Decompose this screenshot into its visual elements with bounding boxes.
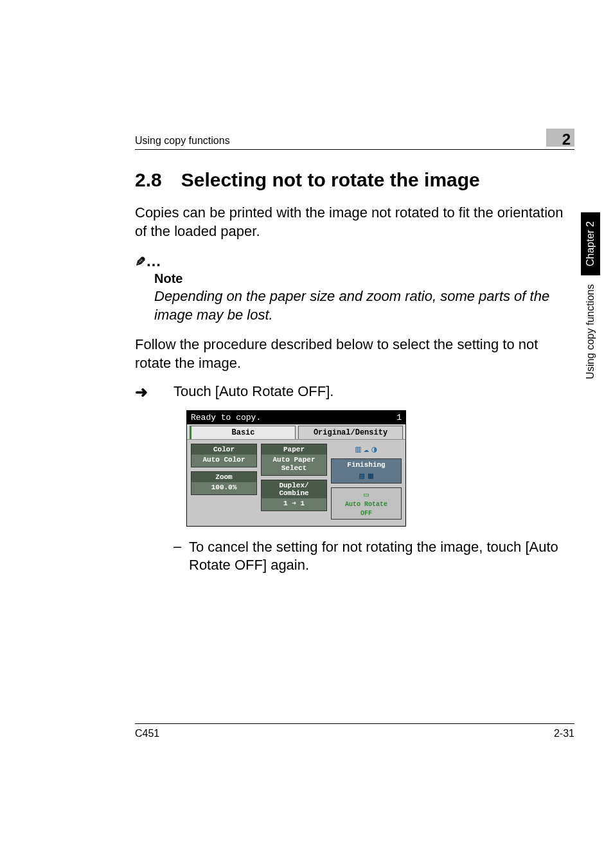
note-block: ✎… Note Depending on the paper size and … bbox=[135, 252, 574, 324]
step-text: Touch [Auto Rotate OFF]. bbox=[173, 383, 574, 401]
section-heading: Selecting not to rotate the image bbox=[181, 169, 480, 190]
finishing-header: Finishing bbox=[333, 460, 400, 469]
side-section-label: Using copy functions bbox=[585, 284, 596, 379]
side-chapter-label: Chapter 2 bbox=[581, 212, 600, 275]
staple-icon: ▥ bbox=[355, 444, 360, 455]
copier-screen: Ready to copy. 1 Basic Original/Density … bbox=[186, 410, 574, 527]
zoom-button[interactable]: Zoom 100.0% bbox=[191, 471, 257, 495]
lcd-copy-count: 1 bbox=[396, 413, 402, 422]
running-head: Using copy functions bbox=[135, 135, 546, 147]
chapter-badge: 2 bbox=[546, 129, 574, 147]
lcd-panel: Ready to copy. 1 Basic Original/Density … bbox=[186, 410, 406, 527]
lcd-status-bar: Ready to copy. 1 bbox=[187, 411, 405, 424]
side-tab: Chapter 2 Using copy functions bbox=[581, 212, 600, 379]
zoom-value: 100.0% bbox=[211, 484, 237, 491]
footer-model: C451 bbox=[135, 728, 159, 739]
punch-icon: ◑ bbox=[371, 444, 377, 455]
duplex-button[interactable]: Duplex/ Combine 1 ➜ 1 bbox=[261, 480, 327, 511]
section-number: 2.8 bbox=[135, 169, 162, 190]
duplex-header: Duplex/ Combine bbox=[262, 480, 326, 498]
duplex-value: 1 ➜ 1 bbox=[283, 500, 305, 507]
arrow-icon: ➜ bbox=[135, 383, 173, 401]
lcd-status-text: Ready to copy. bbox=[191, 413, 261, 422]
output-icons: ▥ ☁ ◑ bbox=[331, 444, 402, 455]
note-label: Note bbox=[154, 271, 574, 286]
lcd-col-mid: Paper Auto Paper Select Duplex/ Combine … bbox=[261, 444, 327, 520]
step-row: ➜ Touch [Auto Rotate OFF]. bbox=[135, 383, 574, 401]
sub-step-text: To cancel the setting for not rotating t… bbox=[189, 538, 574, 575]
page-footer: C451 2-31 bbox=[135, 723, 574, 739]
paper-value: Auto Paper Select bbox=[272, 456, 315, 472]
lcd-body: Color Auto Color Zoom 100.0% Paper Auto … bbox=[187, 439, 405, 526]
color-header: Color bbox=[191, 444, 256, 455]
color-value: Auto Color bbox=[202, 456, 245, 464]
sub-step-row: – To cancel the setting for not rotating… bbox=[173, 538, 574, 575]
intro-text: Copies can be printed with the image not… bbox=[135, 204, 574, 240]
pencil-icon: ✎ bbox=[135, 254, 146, 269]
page: Using copy functions 2 2.8Selecting not … bbox=[0, 0, 613, 868]
finishing-button[interactable]: Finishing ▤ ▦ bbox=[331, 458, 402, 484]
paper-header: Paper bbox=[262, 444, 326, 455]
zoom-header: Zoom bbox=[191, 472, 256, 482]
follow-text: Follow the procedure described below to … bbox=[135, 336, 574, 372]
tab-basic[interactable]: Basic bbox=[190, 426, 296, 439]
rotate-doc-icon: ▭ bbox=[333, 489, 400, 500]
page-header: Using copy functions 2 bbox=[135, 129, 574, 150]
note-icon-row: ✎… bbox=[135, 252, 574, 270]
group-icon: ▦ bbox=[368, 471, 373, 481]
finishing-icons: ▤ ▦ bbox=[333, 469, 400, 482]
lcd-tabs: Basic Original/Density bbox=[187, 424, 405, 439]
rotate-label: Auto Rotate bbox=[345, 501, 387, 508]
lcd-col-right: ▥ ☁ ◑ Finishing ▤ ▦ ▭ Auto RotateOFF bbox=[331, 444, 402, 520]
ellipsis-icon: … bbox=[146, 252, 161, 269]
tab-original-density[interactable]: Original/Density bbox=[298, 426, 403, 439]
rotate-off-label: OFF bbox=[360, 510, 372, 517]
fold-icon: ☁ bbox=[364, 444, 369, 455]
lcd-col-left: Color Auto Color Zoom 100.0% bbox=[191, 444, 257, 520]
dash-icon: – bbox=[173, 538, 189, 575]
note-text: Depending on the paper size and zoom rat… bbox=[154, 287, 574, 324]
paper-button[interactable]: Paper Auto Paper Select bbox=[261, 444, 327, 476]
footer-page-number: 2-31 bbox=[554, 728, 574, 739]
sort-icon: ▤ bbox=[359, 471, 364, 481]
auto-rotate-off-button[interactable]: ▭ Auto RotateOFF bbox=[331, 487, 402, 520]
section-title: 2.8Selecting not to rotate the image bbox=[135, 169, 574, 191]
color-button[interactable]: Color Auto Color bbox=[191, 444, 257, 467]
